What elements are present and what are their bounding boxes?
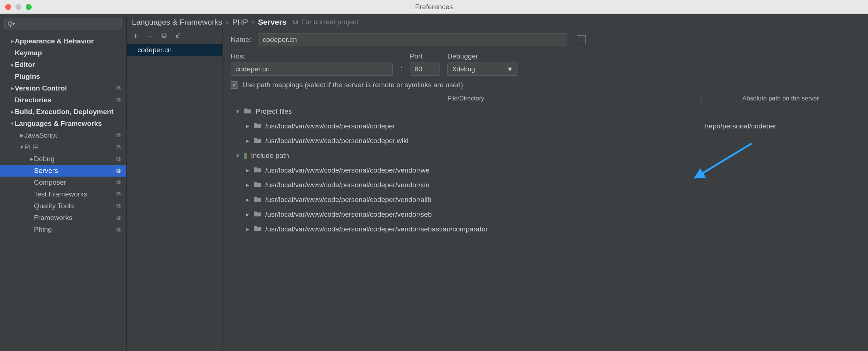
chevron-right-icon: ▶ (245, 227, 250, 232)
mapping-path: /usr/local/var/www/code/personal/codeper… (265, 196, 431, 204)
sidebar-item-label: Build, Execution, Deployment (15, 108, 113, 116)
share-checkbox[interactable] (577, 35, 586, 44)
chevron-down-icon: ▼ (235, 153, 240, 158)
mapping-path: /usr/local/var/www/code/personal/codeper… (265, 181, 430, 189)
mapping-row[interactable]: ▶/usr/local/var/www/code/personal/codepe… (231, 134, 860, 148)
project-scope-icon: ⧉ (116, 156, 120, 162)
folder-icon (244, 107, 252, 116)
project-scope-icon: ⧉ (116, 167, 120, 174)
chevron-down-icon: ▼ (507, 65, 513, 73)
server-list-panel: ＋ － ⧉ ⭹ codeper.cn (127, 29, 223, 351)
sidebar-item-label: Editor (15, 61, 35, 69)
project-scope-icon: ⧉ (116, 226, 120, 233)
titlebar: Preferences (0, 0, 868, 14)
mapping-row[interactable]: ▶/usr/local/var/www/code/personal/codepe… (231, 207, 860, 222)
mapping-path: /usr/local/var/www/code/personal/codeper… (265, 137, 409, 145)
search-icon: Q▾ (8, 20, 15, 27)
mapping-row[interactable]: ▶/usr/local/var/www/code/personal/codepe… (231, 119, 860, 134)
close-window[interactable] (5, 4, 11, 10)
sidebar-item-composer[interactable]: Composer⧉ (0, 177, 126, 188)
minimize-window[interactable] (15, 4, 21, 10)
sidebar-item-label: Appearance & Behavior (15, 37, 94, 45)
mapping-absolute-path[interactable]: /repo/personal/codeper (701, 122, 860, 130)
sidebar-item-label: Languages & Frameworks (15, 120, 102, 128)
folder-icon (253, 181, 262, 189)
debugger-label: Debugger (447, 52, 518, 60)
sidebar-item-javascript[interactable]: ▶JavaScript⧉ (0, 130, 126, 141)
breadcrumb: Languages & Frameworks › PHP › Servers (132, 18, 286, 26)
chevron-right-icon: ▶ (10, 62, 15, 67)
sidebar-item-label: Keymap (15, 49, 42, 57)
breadcrumb-a[interactable]: Languages & Frameworks (132, 18, 222, 26)
folder-icon (253, 166, 262, 175)
folder-icon (253, 225, 262, 234)
mapping-row[interactable]: ▶/usr/local/var/www/code/personal/codepe… (231, 222, 860, 237)
chevron-right-icon: ▶ (245, 124, 250, 129)
project-scope-icon: ⧉ (116, 203, 120, 209)
path-mappings-checkbox[interactable]: ✓ (231, 81, 238, 89)
mapping-path: Project files (256, 107, 292, 116)
copy-icon: ⧉ (293, 18, 298, 26)
mapping-row[interactable]: ▼|||Include path (231, 148, 860, 163)
zoom-window[interactable] (26, 4, 32, 10)
server-list-item[interactable]: codeper.cn (127, 44, 222, 56)
mapping-path: /usr/local/var/www/code/personal/codeper… (265, 210, 432, 219)
sidebar-item-keymap[interactable]: Keymap (0, 47, 126, 59)
mapping-row[interactable]: ▶/usr/local/var/www/code/personal/codepe… (231, 178, 860, 192)
mapping-row[interactable]: ▶/usr/local/var/www/code/personal/codepe… (231, 163, 860, 178)
server-list: codeper.cn (127, 44, 222, 351)
sidebar-item-directories[interactable]: Directories⧉ (0, 94, 126, 106)
chevron-right-icon: ▶ (245, 168, 250, 173)
sidebar-item-label: Version Control (15, 84, 67, 92)
sidebar-item-servers[interactable]: Servers⧉ (0, 165, 126, 177)
sidebar-item-editor[interactable]: ▶Editor (0, 59, 126, 71)
path-mappings-label: Use path mappings (select if the server … (242, 81, 463, 89)
remove-button[interactable]: － (147, 31, 154, 41)
sidebar-item-label: Directories (15, 96, 51, 104)
folder-icon (253, 137, 262, 145)
breadcrumb-c: Servers (258, 18, 286, 26)
mapping-row[interactable]: ▼Project files (231, 104, 860, 119)
host-input[interactable] (231, 63, 393, 76)
mapping-path: /usr/local/var/www/code/personal/codeper… (265, 166, 430, 174)
chevron-right-icon: ▶ (10, 39, 15, 44)
port-input[interactable] (410, 63, 440, 76)
col-file-directory[interactable]: File/Directory (231, 93, 701, 104)
sidebar-item-appearance-behavior[interactable]: ▶Appearance & Behavior (0, 35, 126, 47)
copy-button[interactable]: ⧉ (161, 31, 167, 41)
col-absolute-path[interactable]: Absolute path on the server (701, 93, 860, 104)
preferences-sidebar: Q▾ ▶Appearance & BehaviorKeymap▶EditorPl… (0, 14, 127, 351)
search-input[interactable]: Q▾ (4, 18, 122, 29)
chevron-right-icon: ▶ (245, 212, 250, 217)
project-scope-icon: ⧉ (116, 97, 120, 103)
sidebar-item-plugins[interactable]: Plugins (0, 71, 126, 82)
sidebar-item-quality-tools[interactable]: Quality Tools⧉ (0, 200, 126, 212)
debugger-select[interactable]: Xdebug ▼ (447, 63, 518, 76)
name-input[interactable] (258, 33, 567, 46)
sidebar-item-languages-frameworks[interactable]: ▼Languages & Frameworks (0, 118, 126, 130)
sidebar-item-frameworks[interactable]: Frameworks⧉ (0, 212, 126, 224)
sidebar-item-phing[interactable]: Phing⧉ (0, 224, 126, 235)
library-icon: ||| (244, 152, 247, 160)
chevron-right-icon: ▶ (10, 109, 15, 114)
project-scope-icon: ⧉ (116, 179, 120, 186)
mapping-row[interactable]: ▶/usr/local/var/www/code/personal/codepe… (231, 192, 860, 207)
import-button[interactable]: ⭹ (174, 31, 181, 41)
sidebar-item-label: PHP (24, 143, 39, 151)
sidebar-item-label: JavaScript (24, 131, 57, 139)
sidebar-item-version-control[interactable]: ▶Version Control⧉ (0, 82, 126, 94)
sidebar-item-label: Plugins (15, 72, 40, 81)
add-button[interactable]: ＋ (132, 31, 139, 41)
chevron-right-icon: ▶ (245, 182, 250, 188)
breadcrumb-b[interactable]: PHP (232, 18, 248, 26)
sidebar-item-debug[interactable]: ▶Debug⧉ (0, 153, 126, 165)
chevron-down-icon: ▼ (235, 109, 240, 114)
chevron-right-icon: ▶ (245, 197, 250, 202)
sidebar-item-php[interactable]: ▼PHP⧉ (0, 141, 126, 153)
sidebar-item-label: Servers (34, 167, 58, 175)
sidebar-item-label: Frameworks (34, 214, 73, 222)
debugger-value: Xdebug (452, 65, 475, 73)
sidebar-item-build-execution-deployment[interactable]: ▶Build, Execution, Deployment (0, 106, 126, 118)
list-toolbar: ＋ － ⧉ ⭹ (127, 29, 222, 44)
sidebar-item-test-frameworks[interactable]: Test Frameworks⧉ (0, 188, 126, 200)
